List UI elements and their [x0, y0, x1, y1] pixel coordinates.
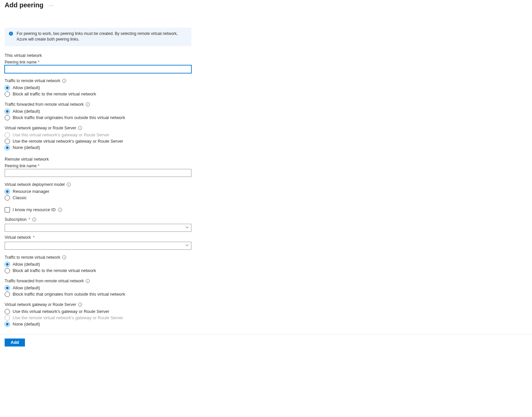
- info-icon[interactable]: i: [58, 208, 62, 212]
- info-icon[interactable]: i: [78, 303, 82, 307]
- radio-label: Use the remote virtual network's gateway…: [13, 139, 123, 144]
- footer-bar: Add: [0, 334, 532, 350]
- radio-label: Resource manager: [13, 189, 50, 194]
- remote-traffic-forwarded-label-text: Traffic forwarded from remote virtual ne…: [5, 279, 84, 283]
- this-traffic-to-remote-label: Traffic to remote virtual network i: [5, 78, 191, 83]
- remote-vnet-heading: Remote virtual network: [5, 157, 191, 162]
- deploy-model-label: Virtual network deployment model i: [5, 182, 191, 187]
- deploy-model-label-text: Virtual network deployment model: [5, 182, 65, 187]
- deploy-model-classic[interactable]: Classic: [5, 195, 191, 201]
- remote-traffic-forwarded-label: Traffic forwarded from remote virtual ne…: [5, 279, 191, 283]
- radio-label: None (default): [13, 322, 40, 327]
- deploy-model-rm[interactable]: Resource manager: [5, 189, 191, 194]
- radio-label: Block all traffic to the remote virtual …: [13, 91, 96, 96]
- this-traffic-forwarded-allow[interactable]: Allow (default): [5, 109, 191, 114]
- radio-label: Allow (default): [13, 109, 40, 114]
- know-resource-id-check[interactable]: I know my resource ID i: [5, 207, 191, 212]
- subscription-label: Subscription * i: [5, 217, 191, 222]
- radio-label: Classic: [13, 195, 27, 200]
- subscription-select[interactable]: [5, 224, 191, 232]
- info-icon[interactable]: i: [62, 255, 66, 259]
- this-traffic-to-remote-label-text: Traffic to remote virtual network: [5, 78, 60, 83]
- remote-gateway-use-remote: Use the remote virtual network's gateway…: [5, 315, 191, 321]
- checkbox-icon: [5, 207, 10, 212]
- info-icon[interactable]: i: [62, 79, 66, 83]
- required-asterisk: *: [29, 217, 30, 222]
- remote-traffic-to-remote-label: Traffic to remote virtual network i: [5, 255, 191, 260]
- this-gateway-label: Virtual network gateway or Route Server …: [5, 126, 191, 130]
- remote-traffic-forwarded-allow[interactable]: Allow (default): [5, 285, 191, 291]
- required-asterisk: *: [38, 60, 40, 65]
- this-vnet-heading: This virtual network: [5, 53, 191, 58]
- svg-rect-2: [11, 32, 11, 33]
- radio-label: None (default): [13, 145, 40, 150]
- this-gateway-label-text: Virtual network gateway or Route Server: [5, 126, 76, 130]
- this-traffic-forwarded-block[interactable]: Block traffic that originates from outsi…: [5, 115, 191, 120]
- radio-label: Allow (default): [13, 285, 40, 290]
- radio-label: Allow (default): [13, 262, 40, 267]
- radio-label: Use this virtual network's gateway or Ro…: [13, 309, 109, 314]
- remote-peerlink-label-text: Peering link name: [5, 164, 37, 168]
- remote-peerlink-label: Peering link name *: [5, 164, 191, 168]
- info-icon[interactable]: i: [67, 183, 71, 187]
- this-traffic-to-remote-allow[interactable]: Allow (default): [5, 85, 191, 90]
- subscription-label-text: Subscription: [5, 217, 27, 222]
- radio-label: Block traffic that originates from outsi…: [13, 292, 125, 297]
- this-gateway-use-remote[interactable]: Use the remote virtual network's gateway…: [5, 139, 191, 144]
- remote-gateway-use-this[interactable]: Use this virtual network's gateway or Ro…: [5, 309, 191, 314]
- info-icon[interactable]: i: [86, 102, 90, 106]
- this-peerlink-label-text: Peering link name: [5, 60, 37, 65]
- page-title: Add peering: [5, 1, 44, 9]
- remote-gateway-label-text: Virtual network gateway or Route Server: [5, 302, 76, 307]
- vnet-label-text: Virtual network: [5, 235, 31, 240]
- info-icon[interactable]: i: [32, 217, 36, 221]
- this-traffic-forwarded-label-text: Traffic forwarded from remote virtual ne…: [5, 102, 84, 107]
- add-button[interactable]: Add: [5, 339, 25, 347]
- this-traffic-forwarded-label: Traffic forwarded from remote virtual ne…: [5, 102, 191, 107]
- radio-label: Block all traffic to the remote virtual …: [13, 268, 96, 273]
- svg-rect-1: [11, 33, 11, 35]
- remote-gateway-label: Virtual network gateway or Route Server …: [5, 302, 191, 307]
- info-banner: For peering to work, two peering links m…: [5, 28, 191, 46]
- radio-label: Use this virtual network's gateway or Ro…: [13, 132, 109, 137]
- remote-peerlink-input[interactable]: [5, 169, 191, 177]
- info-icon[interactable]: i: [78, 126, 82, 130]
- info-icon[interactable]: i: [86, 279, 90, 283]
- required-asterisk: *: [33, 235, 35, 240]
- vnet-label: Virtual network *: [5, 235, 191, 240]
- remote-gateway-none[interactable]: None (default): [5, 322, 191, 327]
- required-asterisk: *: [38, 164, 40, 168]
- checkbox-label: I know my resource ID: [13, 207, 55, 212]
- this-gateway-none[interactable]: None (default): [5, 145, 191, 150]
- vnet-select[interactable]: [5, 242, 191, 250]
- more-actions-icon[interactable]: ···: [49, 3, 54, 8]
- remote-traffic-to-remote-label-text: Traffic to remote virtual network: [5, 255, 60, 260]
- remote-traffic-to-remote-allow[interactable]: Allow (default): [5, 262, 191, 267]
- this-peerlink-label: Peering link name *: [5, 60, 191, 65]
- radio-label: Allow (default): [13, 85, 40, 90]
- this-traffic-to-remote-block[interactable]: Block all traffic to the remote virtual …: [5, 91, 191, 97]
- info-icon: [9, 31, 13, 36]
- radio-label: Block traffic that originates from outsi…: [13, 115, 125, 120]
- this-gateway-use-this: Use this virtual network's gateway or Ro…: [5, 132, 191, 138]
- remote-traffic-forwarded-block[interactable]: Block traffic that originates from outsi…: [5, 292, 191, 297]
- remote-traffic-to-remote-block[interactable]: Block all traffic to the remote virtual …: [5, 268, 191, 273]
- this-peerlink-input[interactable]: [5, 65, 191, 73]
- info-text: For peering to work, two peering links m…: [17, 31, 187, 42]
- radio-label: Use the remote virtual network's gateway…: [13, 315, 123, 320]
